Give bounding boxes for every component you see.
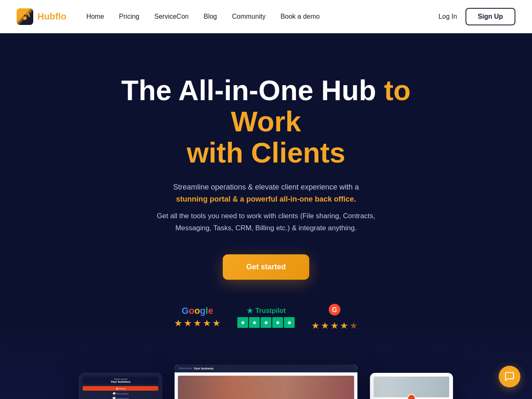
- mock-sidebar-left: Client portalYour business 🏠 Home 💬 Mess…: [79, 373, 162, 399]
- ratings-row: Google ★ ★ ★ ★ ★ ★ Trustpilot ★ ★ ★ ★ ★: [174, 303, 358, 331]
- mock-menu-msg: 💬 Messaging: [83, 391, 158, 396]
- navbar-right: Log In Sign Up: [438, 8, 515, 25]
- signup-button[interactable]: Sign Up: [466, 8, 515, 25]
- trustpilot-star-icon: ★: [246, 306, 253, 315]
- rating-trustpilot: ★ Trustpilot ★ ★ ★ ★ ★: [237, 306, 295, 328]
- nav-blog[interactable]: Blog: [204, 13, 217, 20]
- google-stars: ★ ★ ★ ★ ★: [174, 318, 221, 329]
- hero-subtitle-highlight: stunning portal & a powerful all-in-one …: [176, 195, 356, 203]
- mock-center-header: Client portal Your business: [175, 365, 357, 372]
- star-2: ★: [184, 318, 192, 329]
- navbar-left: Hubflo Home Pricing ServiceCon Blog Comm…: [17, 8, 320, 25]
- logo[interactable]: Hubflo: [17, 8, 66, 25]
- get-started-button[interactable]: Get started: [223, 254, 309, 280]
- mock-topbar-left: Client portalYour business: [83, 377, 158, 384]
- tp-star-2: ★: [249, 317, 260, 328]
- tp-star-4: ★: [272, 317, 283, 328]
- nav-servicecon[interactable]: ServiceCon: [154, 13, 189, 20]
- svg-text:G: G: [332, 306, 337, 313]
- mock-right-layout: Client name × Your business Welcome to y…: [370, 373, 453, 399]
- star-3: ★: [193, 318, 202, 329]
- tp-star-1: ★: [237, 317, 248, 328]
- star-1: ★: [174, 318, 182, 329]
- logo-text: Hubflo: [37, 11, 66, 22]
- screenshots-section: Client portalYour business 🏠 Home 💬 Mess…: [17, 356, 515, 399]
- mock-center-body: Client name × Your business Welcome to y…: [175, 372, 357, 399]
- chat-bubble[interactable]: [499, 366, 520, 387]
- mock-photo-strip: [178, 376, 354, 399]
- star-5: ★: [212, 318, 221, 329]
- trustpilot-stars: ★ ★ ★ ★ ★: [237, 317, 295, 328]
- mock-menu-dash: 📊 Dashboard: [83, 396, 158, 399]
- rating-g2: G ★ ★ ★ ★ ★: [311, 303, 358, 331]
- screenshot-left: Client portalYour business 🏠 Home 💬 Mess…: [79, 373, 162, 399]
- screenshot-center: Client portal Your business Client name …: [175, 365, 357, 399]
- nav-book-demo[interactable]: Book a demo: [281, 13, 320, 20]
- hero-body-text: Get all the tools you need to work with …: [154, 210, 378, 234]
- navbar: Hubflo Home Pricing ServiceCon Blog Comm…: [0, 0, 532, 33]
- nav-pricing[interactable]: Pricing: [119, 13, 139, 20]
- nav-links: Home Pricing ServiceCon Blog Community B…: [86, 13, 320, 20]
- g2-star-3: ★: [330, 320, 339, 331]
- hero-subtitle-plain: Streamline operations & elevate client e…: [173, 183, 359, 191]
- mock-menu-home: 🏠 Home: [83, 386, 158, 391]
- login-button[interactable]: Log In: [438, 13, 457, 20]
- nav-home[interactable]: Home: [86, 13, 104, 20]
- trustpilot-header: ★ Trustpilot: [246, 306, 286, 315]
- g2-star-4: ★: [340, 320, 348, 331]
- rating-google: Google ★ ★ ★ ★ ★: [174, 305, 221, 329]
- g2-star-2: ★: [321, 320, 329, 331]
- g2-star-5-half: ★: [350, 320, 358, 331]
- hero-title: The All-in-One Hub to Workwith Clients: [104, 75, 428, 168]
- tp-star-3: ★: [261, 317, 271, 328]
- screenshots-container: Client portalYour business 🏠 Home 💬 Mess…: [79, 356, 453, 399]
- mock-photo-inner: [178, 376, 354, 399]
- hero-subtitle: Streamline operations & elevate client e…: [173, 181, 359, 205]
- nav-community[interactable]: Community: [232, 13, 266, 20]
- g2-star-1: ★: [311, 320, 320, 331]
- mock-center-layout: Client portal Your business Client name …: [175, 365, 357, 399]
- star-4: ★: [203, 318, 211, 329]
- g2-logo: G: [328, 303, 341, 319]
- trustpilot-label: Trustpilot: [256, 307, 286, 315]
- tp-star-5: ★: [284, 317, 295, 328]
- screenshot-right: Client name × Your business Welcome to y…: [370, 373, 453, 399]
- google-brand: Google: [182, 305, 213, 316]
- g2-stars: ★ ★ ★ ★ ★: [311, 320, 358, 331]
- logo-icon: [17, 8, 33, 25]
- svg-point-0: [23, 16, 27, 20]
- hero-section: The All-in-One Hub to Workwith Clients S…: [0, 33, 532, 399]
